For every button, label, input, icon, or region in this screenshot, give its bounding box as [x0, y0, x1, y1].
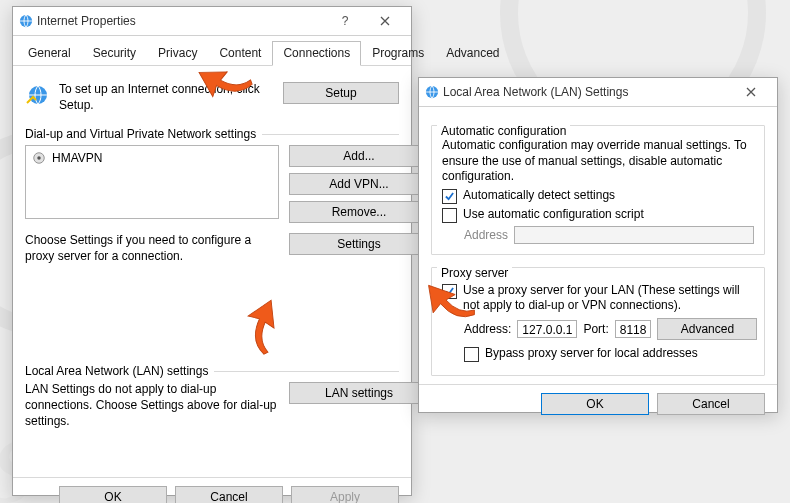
- section-auto-label: Automatic configuration: [437, 124, 570, 138]
- cancel-button[interactable]: Cancel: [657, 393, 765, 415]
- checkbox-use-proxy[interactable]: Use a proxy server for your LAN (These s…: [442, 283, 754, 314]
- address-label: Address: [464, 228, 508, 242]
- tab-general[interactable]: General: [17, 41, 82, 66]
- checkbox-auto-detect[interactable]: Automatically detect settings: [442, 188, 754, 204]
- vpn-item-label: HMAVPN: [52, 151, 102, 165]
- ok-button[interactable]: OK: [541, 393, 649, 415]
- cancel-button[interactable]: Cancel: [175, 486, 283, 503]
- checkbox-bypass-local[interactable]: Bypass proxy server for local addresses: [464, 346, 754, 362]
- tab-security[interactable]: Security: [82, 41, 147, 66]
- proxy-address-input[interactable]: 127.0.0.1: [517, 320, 577, 338]
- add-vpn-button[interactable]: Add VPN...: [289, 173, 429, 195]
- connection-icon: [32, 151, 46, 165]
- settings-button[interactable]: Settings: [289, 233, 429, 255]
- tab-strip: General Security Privacy Content Connect…: [13, 36, 411, 66]
- checkbox-use-proxy-label: Use a proxy server for your LAN (These s…: [463, 283, 754, 314]
- close-button[interactable]: [731, 79, 771, 105]
- tab-content[interactable]: Content: [208, 41, 272, 66]
- section-lan-label: Local Area Network (LAN) settings: [25, 364, 399, 378]
- section-proxy-label: Proxy server: [437, 266, 512, 280]
- advanced-button[interactable]: Advanced: [657, 318, 757, 340]
- vpn-listbox[interactable]: HMAVPN: [25, 145, 279, 219]
- vpn-item[interactable]: HMAVPN: [30, 150, 274, 166]
- tab-advanced[interactable]: Advanced: [435, 41, 510, 66]
- proxy-port-label: Port:: [583, 322, 608, 336]
- window-title: Internet Properties: [33, 14, 325, 28]
- lan-settings-button[interactable]: LAN settings: [289, 382, 429, 404]
- checkbox-auto-script[interactable]: Use automatic configuration script: [442, 207, 754, 223]
- window-title: Local Area Network (LAN) Settings: [439, 85, 731, 99]
- auto-config-address-input: [514, 226, 754, 244]
- auto-note: Automatic configuration may override man…: [442, 138, 754, 185]
- proxy-port-input[interactable]: 8118: [615, 320, 652, 338]
- titlebar-internet-properties: Internet Properties ?: [13, 7, 411, 36]
- checkbox-auto-detect-label: Automatically detect settings: [463, 188, 615, 202]
- titlebar-lan-settings: Local Area Network (LAN) Settings: [419, 78, 777, 107]
- checkbox-auto-script-label: Use automatic configuration script: [463, 207, 644, 221]
- tab-privacy[interactable]: Privacy: [147, 41, 208, 66]
- add-button[interactable]: Add...: [289, 145, 429, 167]
- apply-button: Apply: [291, 486, 399, 503]
- setup-help-text: To set up an Internet connection, click …: [59, 82, 275, 113]
- tab-programs[interactable]: Programs: [361, 41, 435, 66]
- close-button[interactable]: [365, 8, 405, 34]
- remove-button[interactable]: Remove...: [289, 201, 429, 223]
- proxy-address-label: Address:: [464, 322, 511, 336]
- checkbox-bypass-local-label: Bypass proxy server for local addresses: [485, 346, 698, 360]
- setup-button[interactable]: Setup: [283, 82, 399, 104]
- lan-note: LAN Settings do not apply to dial-up con…: [25, 382, 279, 429]
- svg-point-3: [37, 156, 41, 160]
- wizard-icon: [25, 82, 51, 111]
- help-button[interactable]: ?: [325, 8, 365, 34]
- tab-connections[interactable]: Connections: [272, 41, 361, 66]
- dialup-note: Choose Settings if you need to configure…: [25, 233, 279, 264]
- globe-icon: [19, 14, 33, 28]
- globe-icon: [425, 85, 439, 99]
- ok-button[interactable]: OK: [59, 486, 167, 503]
- section-dialup-label: Dial-up and Virtual Private Network sett…: [25, 127, 399, 141]
